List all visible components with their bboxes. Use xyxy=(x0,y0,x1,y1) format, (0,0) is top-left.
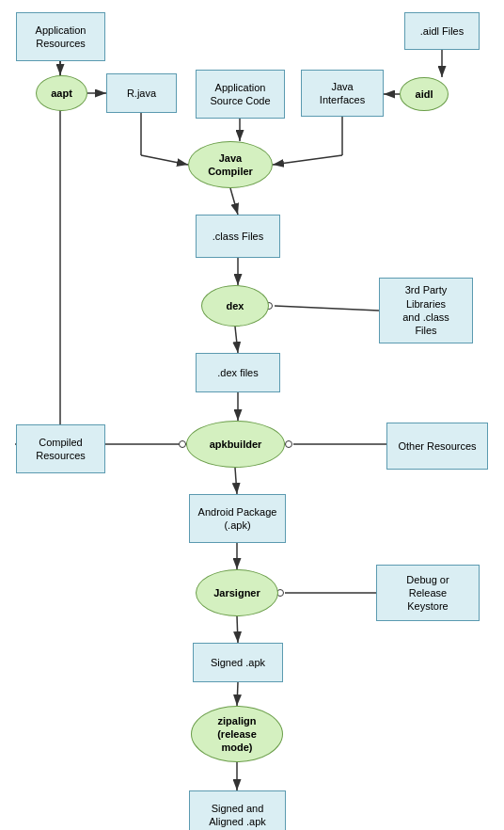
aapt-label: aapt xyxy=(51,87,72,100)
svg-line-7 xyxy=(141,155,188,165)
jarsigner-oval: Jarsigner xyxy=(196,569,278,616)
svg-line-21 xyxy=(235,468,237,494)
diagram: Application Resources .aidl Files aapt R… xyxy=(0,0,504,830)
svg-line-11 xyxy=(230,188,238,215)
third-party-box: 3rd Party Libraries and .class Files xyxy=(379,278,473,343)
app-resources-label: Application Resources xyxy=(36,24,87,51)
apkbuilder-oval: apkbuilder xyxy=(186,421,285,468)
aidl-label: aidl xyxy=(416,88,433,101)
svg-line-13 xyxy=(275,306,379,311)
svg-line-25 xyxy=(237,682,238,706)
other-resources-label: Other Resources xyxy=(398,439,476,453)
r-java-label: R.java xyxy=(127,87,156,100)
jarsigner-label: Jarsigner xyxy=(213,586,260,599)
aapt-oval: aapt xyxy=(36,75,87,111)
app-source-box: Application Source Code xyxy=(196,70,285,119)
connection-lines xyxy=(0,0,504,830)
java-compiler-oval: Java Compiler xyxy=(188,141,273,188)
aidl-files-box: .aidl Files xyxy=(404,12,480,50)
android-package-box: Android Package (.apk) xyxy=(189,494,286,543)
dex-oval: dex xyxy=(201,285,269,327)
signed-apk-box: Signed .apk xyxy=(193,643,283,682)
compiled-resources-label: Compiled Resources xyxy=(36,436,86,463)
zipalign-oval: zipalign (release mode) xyxy=(191,706,283,762)
other-resources-box: Other Resources xyxy=(386,423,488,470)
dex-files-box: .dex files xyxy=(196,353,280,392)
java-interfaces-label: Java Interfaces xyxy=(320,80,365,107)
app-resources-box: Application Resources xyxy=(16,12,105,61)
connector-apkbuilder-right xyxy=(285,440,292,448)
debug-keystore-box: Debug or Release Keystore xyxy=(376,565,480,621)
signed-aligned-label: Signed and Aligned .apk xyxy=(209,802,266,829)
aidl-files-label: .aidl Files xyxy=(420,24,464,38)
signed-aligned-box: Signed and Aligned .apk xyxy=(189,790,286,830)
svg-line-24 xyxy=(237,616,238,643)
apkbuilder-label: apkbuilder xyxy=(210,438,262,451)
class-files-box: .class Files xyxy=(196,215,280,258)
r-java-box: R.java xyxy=(106,73,177,113)
compiled-resources-box: Compiled Resources xyxy=(16,424,105,473)
dex-files-label: .dex files xyxy=(217,366,258,379)
aidl-oval: aidl xyxy=(400,77,449,111)
svg-line-14 xyxy=(235,327,238,353)
third-party-label: 3rd Party Libraries and .class Files xyxy=(402,283,449,337)
dex-label: dex xyxy=(227,299,244,312)
app-source-label: Application Source Code xyxy=(210,81,270,108)
connector-apkbuilder-left xyxy=(179,440,186,448)
java-interfaces-box: Java Interfaces xyxy=(301,70,384,117)
debug-keystore-label: Debug or Release Keystore xyxy=(406,573,449,614)
zipalign-label: zipalign (release mode) xyxy=(217,714,257,755)
java-compiler-label: Java Compiler xyxy=(208,152,253,179)
svg-line-10 xyxy=(273,155,342,165)
class-files-label: .class Files xyxy=(213,230,263,243)
signed-apk-label: Signed .apk xyxy=(211,656,265,669)
android-package-label: Android Package (.apk) xyxy=(198,505,277,533)
